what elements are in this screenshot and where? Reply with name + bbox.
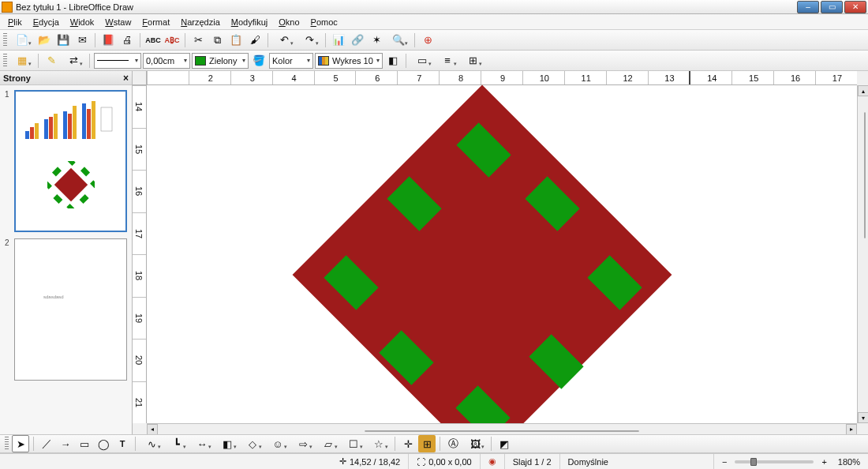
drawing-page[interactable]: [147, 85, 857, 423]
zoom-slider[interactable]: [735, 460, 814, 463]
menu-edycja[interactable]: Edycja: [28, 16, 64, 28]
print-button[interactable]: 🖨: [118, 32, 136, 49]
shadow-button[interactable]: ◧: [384, 52, 402, 69]
scroll-left-button[interactable]: ◂: [147, 424, 158, 435]
vertical-scrollbar[interactable]: ▴ ▾: [857, 85, 868, 423]
navigator-button[interactable]: ✶: [368, 32, 385, 49]
toolbar-grip[interactable]: [3, 54, 7, 68]
window-maximize-button[interactable]: ▭: [821, 1, 843, 13]
slides-panel-close-button[interactable]: ×: [123, 73, 129, 84]
toolbar-grip[interactable]: [3, 33, 7, 47]
ellipse-tool-button[interactable]: ◯: [95, 435, 112, 452]
horizontal-ruler[interactable]: 2 3 4 5 6 7 8 9 10 11 12 13 14 15 16 17: [147, 71, 857, 85]
extrusion-button[interactable]: ◩: [496, 435, 513, 452]
status-insert-mode[interactable]: ◉: [481, 454, 505, 469]
hyperlink-button[interactable]: 🔗: [349, 32, 366, 49]
menu-narzedzia[interactable]: Narzędzia: [176, 16, 225, 28]
menu-format[interactable]: Format: [137, 16, 174, 28]
flowchart-button[interactable]: ▱: [316, 435, 340, 452]
distribute-button[interactable]: ⊞: [461, 52, 485, 69]
paste-button[interactable]: 📋: [227, 32, 245, 49]
rectangle-tool-button[interactable]: ▭: [76, 435, 93, 452]
horizontal-scrollbar[interactable]: ◂ ▸: [147, 423, 857, 434]
symbol-shapes-button[interactable]: ☺: [266, 435, 290, 452]
window-close-button[interactable]: ✕: [844, 1, 866, 13]
email-button[interactable]: ✉: [73, 32, 91, 49]
menu-pomoc[interactable]: Pomoc: [306, 16, 342, 28]
redo-button[interactable]: ↷: [297, 32, 321, 49]
status-bar: ✛14,52 / 18,42 ⛶0,00 x 0,00 ◉ Slajd 1 / …: [0, 453, 868, 469]
ruler-corner[interactable]: [133, 71, 147, 85]
scroll-right-button[interactable]: ▸: [846, 424, 857, 435]
new-button[interactable]: 📄: [10, 32, 34, 49]
curve-tool-button[interactable]: ∿: [140, 435, 163, 452]
arrow-style-button[interactable]: ⇄: [62, 52, 85, 69]
grid-button[interactable]: ▦: [10, 52, 34, 69]
spellcheck-button[interactable]: ABC: [144, 32, 162, 49]
connector-tool-button[interactable]: ┗: [165, 435, 189, 452]
callouts-button[interactable]: ☐: [342, 435, 365, 452]
menu-okno[interactable]: Okno: [274, 16, 304, 28]
menu-modyfikuj[interactable]: Modyfikuj: [226, 16, 272, 28]
fill-button[interactable]: 🪣: [250, 52, 268, 69]
canvas-area: 2 3 4 5 6 7 8 9 10 11 12 13 14 15 16 17 …: [133, 71, 868, 434]
vertical-ruler[interactable]: 14 15 16 17 18 19 20 21: [133, 85, 147, 423]
menu-wstaw[interactable]: Wstaw: [100, 16, 136, 28]
menu-plik[interactable]: Plik: [3, 16, 27, 28]
zoom-value[interactable]: 180%: [838, 457, 860, 467]
points-edit-button[interactable]: ✛: [399, 435, 417, 452]
scroll-thumb[interactable]: [864, 112, 866, 238]
pdf-button[interactable]: 📕: [99, 32, 117, 49]
from-file-button[interactable]: 🖼: [463, 435, 487, 452]
separator: [38, 54, 39, 68]
basic-shapes-button[interactable]: ◇: [241, 435, 264, 452]
lines-arrows-button[interactable]: ↔: [190, 435, 214, 452]
save-button[interactable]: 💾: [54, 32, 72, 49]
align-button[interactable]: ≡: [436, 52, 459, 69]
status-size: ⛶0,00 x 0,00: [409, 454, 480, 469]
line-color-combo[interactable]: Zielony▾: [192, 53, 249, 69]
cut-button[interactable]: ✂: [189, 32, 207, 49]
text-tool-button[interactable]: T: [114, 435, 131, 452]
arrange-button[interactable]: ▭: [410, 52, 434, 69]
arrow-tool-button[interactable]: →: [57, 435, 74, 452]
area-pattern-label: Wykres 10: [332, 56, 373, 66]
line-width-combo[interactable]: 0,00cm▾: [143, 53, 190, 69]
line-style-combo[interactable]: ▾: [94, 53, 141, 69]
line-style-button[interactable]: ✎: [43, 52, 60, 69]
scroll-up-button[interactable]: ▴: [858, 85, 869, 96]
status-layout[interactable]: Domyślnie: [560, 454, 714, 469]
zoom-button[interactable]: 🔍: [387, 32, 410, 49]
menu-widok[interactable]: Widok: [65, 16, 99, 28]
stars-button[interactable]: ☆: [367, 435, 391, 452]
open-button[interactable]: 📂: [36, 32, 53, 49]
line-tool-button[interactable]: ／: [38, 435, 55, 452]
toolbar-grip[interactable]: [5, 437, 9, 451]
copy-button[interactable]: ⧉: [208, 32, 226, 49]
3d-tool-button[interactable]: ◧: [215, 435, 239, 452]
zoom-out-button[interactable]: −: [722, 457, 727, 467]
auto-spellcheck-button[interactable]: AḆC: [163, 32, 181, 49]
slides-panel-title: Strony: [3, 73, 31, 83]
zoom-slider-knob[interactable]: [750, 458, 757, 466]
scroll-thumb[interactable]: [365, 430, 640, 432]
zoom-in-button[interactable]: +: [821, 457, 826, 467]
scroll-down-button[interactable]: ▾: [858, 412, 869, 423]
line-fill-toolbar: ▦ ✎ ⇄ ▾ 0,00cm▾ Zielony▾ 🪣 Kolor▾ Wykres…: [0, 51, 868, 71]
separator: [33, 437, 34, 451]
status-slide[interactable]: Slajd 1 / 2: [505, 454, 560, 469]
help-button[interactable]: ⊕: [419, 32, 436, 49]
area-style-combo[interactable]: Kolor▾: [269, 53, 313, 69]
select-tool-button[interactable]: ➤: [12, 435, 29, 452]
format-paint-button[interactable]: 🖌: [246, 32, 264, 49]
chart-button[interactable]: 📊: [330, 32, 347, 49]
block-arrows-button[interactable]: ⇨: [291, 435, 315, 452]
fontwork-button[interactable]: Ⓐ: [444, 435, 462, 452]
slide-thumb-2[interactable]: 2 sdasdasd: [5, 238, 127, 381]
placeholder-text: sdasdasd: [43, 295, 64, 299]
slide-thumb-1[interactable]: 1: [5, 90, 127, 232]
undo-button[interactable]: ↶: [272, 32, 296, 49]
gluepoints-button[interactable]: ⊞: [418, 435, 436, 452]
window-minimize-button[interactable]: –: [797, 1, 819, 13]
area-pattern-combo[interactable]: Wykres 10▾: [315, 53, 383, 69]
